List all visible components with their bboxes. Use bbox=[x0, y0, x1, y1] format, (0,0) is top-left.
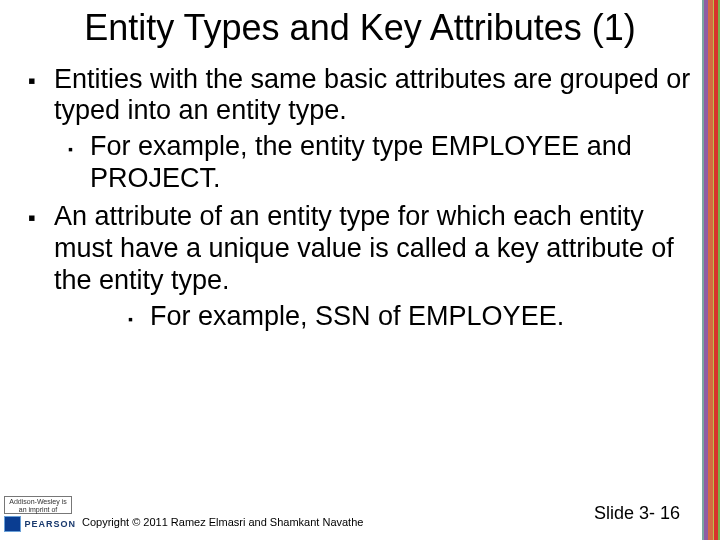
slide-footer: Addison-Wesley is an imprint of PEARSON … bbox=[0, 490, 720, 540]
pearson-logo: PEARSON bbox=[4, 516, 76, 532]
pearson-mark-icon bbox=[4, 516, 21, 532]
bullet-level2: ▪ For example, the entity type EMPLOYEE … bbox=[68, 131, 692, 195]
bullet-text: An attribute of an entity type for which… bbox=[54, 201, 692, 297]
publisher-logo: Addison-Wesley is an imprint of PEARSON bbox=[4, 496, 76, 532]
logo-imprint-text: Addison-Wesley is an imprint of bbox=[4, 496, 72, 514]
bullet-mark-icon: ▪ bbox=[128, 311, 138, 328]
copyright-text: Copyright © 2011 Ramez Elmasri and Shamk… bbox=[82, 516, 363, 528]
bullet-text: For example, SSN of EMPLOYEE. bbox=[150, 301, 564, 333]
slide-title: Entity Types and Key Attributes (1) bbox=[0, 0, 720, 54]
pearson-brand-text: PEARSON bbox=[24, 519, 76, 529]
bullet-level1: ▪ An attribute of an entity type for whi… bbox=[28, 201, 692, 297]
bullet-mark-icon: ▪ bbox=[28, 68, 42, 94]
bullet-mark-icon: ▪ bbox=[68, 141, 78, 158]
bullet-level1: ▪ Entities with the same basic attribute… bbox=[28, 64, 692, 128]
bullet-mark-icon: ▪ bbox=[28, 205, 42, 231]
slide-number: Slide 3- 16 bbox=[594, 503, 680, 524]
slide: Entity Types and Key Attributes (1) ▪ En… bbox=[0, 0, 720, 540]
bullet-level3: ▪ For example, SSN of EMPLOYEE. bbox=[128, 301, 692, 333]
bullet-text: Entities with the same basic attributes … bbox=[54, 64, 692, 128]
slide-body: ▪ Entities with the same basic attribute… bbox=[0, 54, 720, 333]
decorative-edge-stripe bbox=[702, 0, 720, 540]
bullet-text: For example, the entity type EMPLOYEE an… bbox=[90, 131, 692, 195]
